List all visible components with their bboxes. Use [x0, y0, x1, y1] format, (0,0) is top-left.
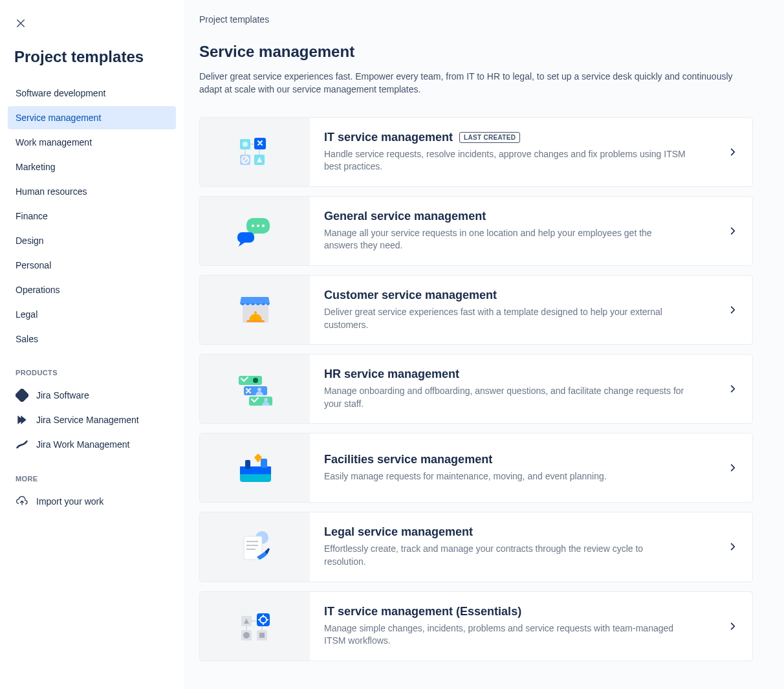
svg-rect-28 — [261, 459, 267, 468]
products-section-label: PRODUCTS — [16, 369, 176, 377]
template-thumbnail — [200, 433, 310, 502]
template-thumbnail — [200, 355, 310, 423]
cloud-upload-icon — [16, 495, 28, 508]
svg-point-38 — [243, 632, 250, 639]
template-title: Customer service management — [324, 289, 497, 302]
chevron-right-icon — [713, 118, 752, 186]
template-body: HR service management Manage onboarding … — [310, 355, 713, 423]
sidebar-item-sales[interactable]: Sales — [8, 327, 176, 351]
template-thumbnail — [200, 512, 310, 581]
sidebar-item-service-management[interactable]: Service management — [8, 106, 176, 129]
template-title: IT service management (Essentials) — [324, 605, 521, 618]
more-section-label: MORE — [16, 475, 176, 483]
itsm-icon — [232, 133, 278, 171]
template-description: Easily manage requests for maintenance, … — [324, 470, 686, 483]
template-description: Handle service requests, resolve inciden… — [324, 148, 686, 173]
svg-rect-27 — [245, 460, 250, 469]
product-label: Jira Work Management — [36, 439, 129, 450]
storefront-bell-icon — [232, 290, 278, 329]
chevron-right-icon — [713, 276, 752, 344]
legal-document-icon — [232, 527, 278, 566]
template-title: IT service management — [324, 131, 453, 144]
more-item-label: Import your work — [36, 496, 103, 507]
svg-rect-0 — [16, 389, 28, 402]
sidebar-item-human-resources[interactable]: Human resources — [8, 180, 176, 203]
template-description: Manage all your service requests in one … — [324, 227, 686, 252]
product-jira-service-management[interactable]: Jira Service Management — [8, 408, 176, 432]
product-jira-work-management[interactable]: Jira Work Management — [8, 432, 176, 457]
hr-people-icon — [232, 369, 278, 408]
template-description: Manage simple changes, incidents, proble… — [324, 622, 686, 648]
category-list: Software development Service management … — [8, 82, 176, 351]
svg-point-12 — [252, 224, 254, 227]
svg-point-13 — [257, 224, 259, 227]
sidebar-item-operations[interactable]: Operations — [8, 278, 176, 301]
page-title: Service management — [199, 43, 753, 61]
jira-service-management-icon — [16, 413, 28, 426]
template-body: IT service management (Essentials) Manag… — [310, 592, 713, 661]
sidebar-item-legal[interactable]: Legal — [8, 303, 176, 326]
template-description: Effortlessly create, track and manage yo… — [324, 543, 686, 568]
template-card-facilities-service-management[interactable]: Facilities service management Easily man… — [199, 433, 753, 503]
template-thumbnail — [200, 197, 310, 265]
template-card-legal-service-management[interactable]: Legal service management Effortlessly cr… — [199, 512, 753, 582]
sidebar: Project templates Software development S… — [0, 0, 184, 689]
template-card-hr-service-management[interactable]: HR service management Manage onboarding … — [199, 354, 753, 424]
toolbox-icon — [232, 448, 278, 487]
svg-rect-18 — [246, 320, 265, 322]
template-card-customer-service-management[interactable]: Customer service management Deliver grea… — [199, 275, 753, 345]
svg-rect-40 — [259, 633, 265, 638]
template-body: Legal service management Effortlessly cr… — [310, 512, 713, 581]
sidebar-item-personal[interactable]: Personal — [8, 254, 176, 277]
breadcrumb[interactable]: Project templates — [199, 14, 753, 25]
template-description: Manage onboarding and offboarding, answe… — [324, 385, 686, 410]
template-body: IT service management LAST CREATED Handl… — [310, 118, 713, 186]
last-created-badge: LAST CREATED — [459, 132, 520, 143]
svg-point-24 — [264, 398, 268, 402]
template-title: General service management — [324, 210, 486, 223]
sidebar-item-marketing[interactable]: Marketing — [8, 155, 176, 179]
sidebar-title: Project templates — [14, 48, 176, 66]
svg-rect-21 — [244, 386, 267, 395]
itsm-essentials-icon — [232, 607, 278, 646]
main-content: Project templates Service management Del… — [184, 0, 784, 689]
svg-rect-15 — [237, 232, 254, 243]
chevron-right-icon — [713, 355, 752, 423]
template-body: General service management Manage all yo… — [310, 197, 713, 265]
product-jira-software[interactable]: Jira Software — [8, 383, 176, 408]
svg-point-20 — [253, 378, 258, 383]
chevron-right-icon — [713, 197, 752, 265]
jira-work-management-icon — [16, 438, 28, 451]
template-card-general-service-management[interactable]: General service management Manage all yo… — [199, 196, 753, 266]
template-title: Facilities service management — [324, 453, 492, 466]
sidebar-item-design[interactable]: Design — [8, 229, 176, 252]
template-card-it-service-management-essentials[interactable]: IT service management (Essentials) Manag… — [199, 591, 753, 661]
svg-point-22 — [257, 388, 261, 391]
template-thumbnail — [200, 592, 310, 661]
template-title: Legal service management — [324, 525, 473, 539]
template-thumbnail — [200, 276, 310, 344]
page-description: Deliver great service experiences fast. … — [199, 70, 749, 96]
chevron-right-icon — [713, 512, 752, 581]
close-icon — [15, 17, 27, 29]
jira-software-icon — [16, 389, 28, 402]
template-description: Deliver great service experiences fast w… — [324, 306, 686, 331]
chevron-right-icon — [713, 433, 752, 502]
template-card-it-service-management[interactable]: IT service management LAST CREATED Handl… — [199, 117, 753, 187]
sidebar-item-finance[interactable]: Finance — [8, 204, 176, 228]
product-label: Jira Software — [36, 390, 89, 400]
template-body: Facilities service management Easily man… — [310, 433, 713, 502]
close-button[interactable] — [10, 13, 31, 34]
sidebar-item-software-development[interactable]: Software development — [8, 82, 176, 105]
template-body: Customer service management Deliver grea… — [310, 276, 713, 344]
template-thumbnail — [200, 118, 310, 186]
more-item-import[interactable]: Import your work — [8, 489, 176, 514]
chat-bubbles-icon — [232, 212, 278, 250]
chevron-right-icon — [713, 592, 752, 661]
svg-point-14 — [262, 224, 265, 227]
svg-point-5 — [243, 142, 248, 147]
svg-point-17 — [254, 311, 257, 314]
sidebar-item-work-management[interactable]: Work management — [8, 131, 176, 154]
svg-rect-19 — [239, 376, 262, 385]
template-title: HR service management — [324, 367, 459, 381]
